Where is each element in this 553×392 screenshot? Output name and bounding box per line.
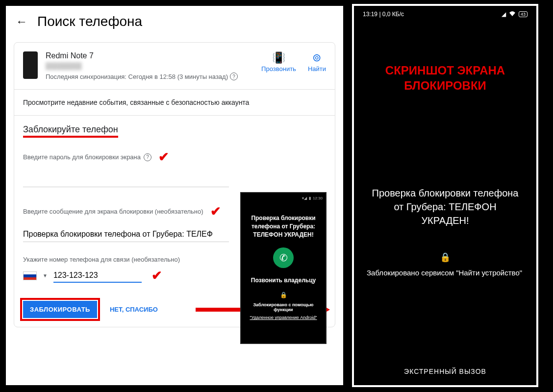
password-input[interactable] bbox=[23, 172, 229, 187]
wifi-icon bbox=[509, 11, 516, 18]
lock-icon: 🔒 bbox=[244, 292, 323, 298]
call-button[interactable]: ✆ bbox=[273, 247, 294, 268]
help-icon[interactable]: ? bbox=[230, 73, 238, 80]
signal-icon: ▾◢ bbox=[302, 196, 307, 200]
lockscreen-preview: ▾◢ ▮ 12:30 Проверка блокировки телефона … bbox=[240, 192, 327, 344]
lock-button[interactable]: ЗАБЛОКИРОВАТЬ bbox=[23, 301, 97, 318]
locate-icon: ⊚ bbox=[308, 51, 326, 64]
emergency-call[interactable]: ЭКСТРЕННЫЙ ВЫЗОВ bbox=[354, 368, 536, 375]
status-time: 13:19 bbox=[363, 11, 377, 18]
lock-icon: 🔒 bbox=[361, 252, 529, 263]
screenshot-title: СКРИНШОТ ЭКРАНА БЛОКИРОВКИ bbox=[361, 63, 529, 93]
battery-icon: ▮ bbox=[309, 196, 311, 200]
find-phone-panel: ← Поиск телефона Redmi Note 7 ████████ П… bbox=[4, 4, 345, 387]
device-image bbox=[23, 51, 38, 79]
ring-action[interactable]: 📳 Прозвонить bbox=[261, 51, 296, 73]
preview-message: Проверка блокировки телефона от Грубера:… bbox=[244, 214, 323, 239]
battery-icon: 43 bbox=[519, 11, 528, 17]
checkmark-icon: ✔ bbox=[151, 268, 162, 283]
status-bar: 13:19 | 0,0 КБ/с ◢ 43 bbox=[361, 10, 529, 19]
flag-russia-icon[interactable] bbox=[23, 271, 37, 280]
phone-icon: ✆ bbox=[279, 252, 288, 264]
chevron-down-icon[interactable]: ▼ bbox=[43, 273, 48, 278]
checkmark-icon: ✔ bbox=[210, 204, 221, 219]
back-arrow-icon[interactable]: ← bbox=[16, 15, 27, 28]
locked-by-label: Заблокировано сервисом "Найти устройство… bbox=[361, 269, 529, 277]
message-input[interactable] bbox=[23, 227, 229, 242]
lockscreen-screenshot: 13:19 | 0,0 КБ/с ◢ 43 СКРИНШОТ ЭКРАНА БЛ… bbox=[352, 4, 538, 387]
password-label: Введите пароль для блокировки экрана ? ✔ bbox=[23, 149, 326, 165]
signal-icon: ◢ bbox=[502, 11, 506, 18]
status-speed: 0,0 КБ/с bbox=[382, 11, 404, 18]
device-account-blurred: ████████ bbox=[46, 62, 253, 70]
call-owner-label: Позвонить владельцу bbox=[244, 277, 323, 284]
ring-icon: 📳 bbox=[261, 51, 296, 64]
security-events[interactable]: Просмотрите недавние события, связанные … bbox=[14, 89, 335, 115]
remote-mgmt-label: "Удаленное управление Android" bbox=[244, 315, 323, 320]
help-icon[interactable]: ? bbox=[144, 153, 151, 161]
phone-input[interactable] bbox=[53, 269, 142, 283]
device-name: Redmi Note 7 bbox=[46, 51, 253, 60]
header: ← Поиск телефона bbox=[6, 6, 343, 37]
no-thanks-button[interactable]: НЕТ, СПАСИБО bbox=[105, 301, 163, 318]
lockscreen-message: Проверка блокировки телефона от Грубера:… bbox=[361, 186, 529, 227]
checkmark-icon: ✔ bbox=[158, 149, 169, 165]
lock-title: Заблокируйте телефон bbox=[23, 124, 118, 138]
sync-info: Последняя синхронизация: Сегодня в 12:58… bbox=[46, 73, 253, 80]
find-action[interactable]: ⊚ Найти bbox=[308, 51, 326, 73]
page-title: Поиск телефона bbox=[37, 14, 142, 29]
locked-with-label: Заблокировано с помощью функции bbox=[244, 302, 323, 312]
